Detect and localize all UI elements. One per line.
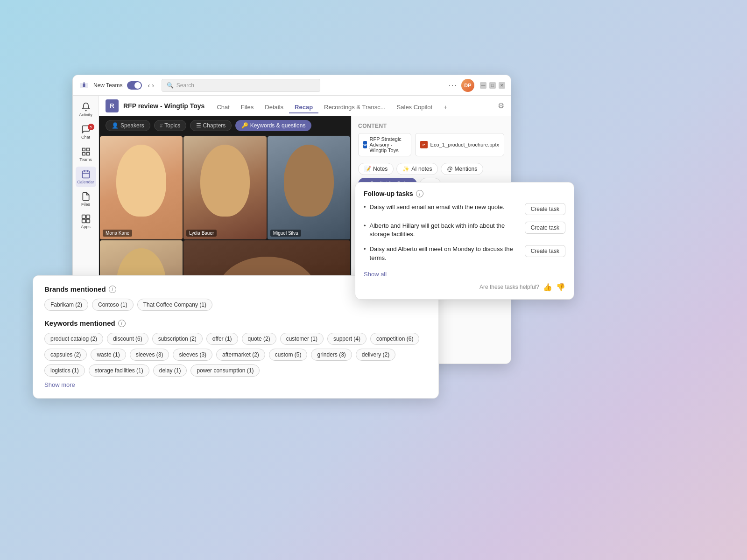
maximize-button[interactable]: □: [489, 82, 496, 89]
sidebar-files-label: Files: [81, 202, 90, 207]
kw-product-catalog[interactable]: product catalog (2): [44, 333, 103, 345]
kw-customer[interactable]: customer (1): [280, 333, 324, 345]
sidebar-item-files[interactable]: Files: [76, 189, 96, 210]
brand-tag-coffee[interactable]: That Coffee Company (1): [137, 299, 212, 311]
tab-add[interactable]: +: [438, 102, 453, 113]
search-placeholder: Search: [176, 82, 194, 89]
tab-details[interactable]: Details: [259, 102, 289, 113]
keywords-tags: product catalog (2) discount (6) subscri…: [44, 333, 427, 377]
file-rfp[interactable]: W RFP Strategic Advisory - Wingtip Toys: [358, 133, 411, 156]
kw-sleeves-2[interactable]: sleeves (3): [173, 349, 212, 361]
video-cell-lydia-bauer: Lydia Bauer: [183, 136, 266, 239]
filter-topics[interactable]: # Topics: [154, 120, 187, 131]
kw-aftermarket[interactable]: aftermarket (2): [216, 349, 265, 361]
followup-title: Follow-up tasks i: [364, 190, 565, 197]
kw-support[interactable]: support (4): [327, 333, 366, 345]
title-bar-actions: ··· DP — □ ✕: [449, 79, 505, 92]
show-more-link[interactable]: Show more: [44, 381, 75, 388]
chat-badge: 5: [88, 124, 94, 130]
tab-recordings[interactable]: Recordings & Transc...: [318, 102, 391, 113]
channel-settings-icon[interactable]: ⚙: [498, 101, 504, 110]
file-rfp-label: RFP Strategic Advisory - Wingtip Toys: [370, 136, 406, 153]
tab-notes[interactable]: 📝 Notes: [358, 163, 394, 175]
brand-tag-contoso[interactable]: Contoso (1): [92, 299, 134, 311]
task-bullet-3: •: [364, 245, 366, 252]
task-item-3: • Daisy and Alberto will meet on Monday …: [364, 245, 565, 262]
nav-arrows[interactable]: ‹ ›: [148, 82, 154, 89]
filter-keywords[interactable]: 🔑 Keywords & questions: [235, 120, 311, 131]
brand-tag-fabrikam[interactable]: Fabrikam (2): [44, 299, 88, 311]
keywords-title: Keywords mentioned i: [44, 319, 427, 327]
sidebar-item-teams[interactable]: Teams: [76, 144, 96, 165]
channel-tabs: Chat Files Details Recap Recordings & Tr…: [211, 100, 452, 112]
back-icon[interactable]: ‹: [148, 82, 150, 89]
svg-point-0: [83, 82, 85, 84]
kw-competition[interactable]: competition (6): [370, 333, 419, 345]
followup-panel: Follow-up tasks i • Daisy will send emai…: [355, 182, 574, 300]
show-all-link[interactable]: Show all: [364, 271, 387, 278]
minimize-button[interactable]: —: [480, 82, 486, 89]
channel-title: RFP review - Wingtip Toys: [123, 102, 204, 110]
kw-delivery[interactable]: delivery (2): [356, 349, 395, 361]
kw-storage[interactable]: storage facilities (1): [89, 364, 149, 377]
task-item-2: • Alberto and Hillary will get back with…: [364, 222, 565, 238]
sidebar-item-activity[interactable]: Activity: [76, 99, 96, 120]
thumbs-down-button[interactable]: 👎: [556, 283, 565, 292]
new-teams-toggle[interactable]: [127, 81, 142, 90]
svg-rect-10: [86, 215, 90, 219]
brands-info-icon[interactable]: i: [109, 286, 116, 293]
file-brochure[interactable]: P Eco_1_product_brochure.pptx: [415, 133, 504, 156]
sidebar-item-apps[interactable]: Apps: [76, 211, 96, 232]
kw-quote[interactable]: quote (2): [242, 333, 276, 345]
kw-offer[interactable]: offer (1): [206, 333, 238, 345]
svg-rect-1: [82, 148, 85, 151]
kw-logistics[interactable]: logistics (1): [44, 364, 85, 377]
kw-grinders[interactable]: grinders (3): [311, 349, 352, 361]
task-text-2: Alberto and Hillary will get back with i…: [370, 222, 521, 238]
forward-icon[interactable]: ›: [152, 82, 154, 89]
kw-power[interactable]: power consumption (1): [190, 364, 260, 377]
create-task-button-2[interactable]: Create task: [525, 222, 565, 234]
create-task-button-3[interactable]: Create task: [525, 245, 565, 257]
svg-rect-2: [86, 148, 89, 151]
keywords-info-icon[interactable]: i: [118, 320, 126, 327]
more-options-icon[interactable]: ···: [449, 81, 458, 90]
search-icon: 🔍: [167, 82, 174, 89]
kw-sleeves-1[interactable]: sleeves (3): [130, 349, 169, 361]
tab-recap[interactable]: Recap: [289, 102, 318, 113]
participant-name-mona: Mona Kane: [103, 230, 132, 237]
tasks-helpful: Are these tasks helpful? 👍 👎: [364, 283, 565, 292]
kw-capsules[interactable]: capsules (2): [44, 349, 87, 361]
tab-files[interactable]: Files: [235, 102, 259, 113]
title-bar: New Teams ‹ › 🔍 Search ··· DP — □ ✕: [73, 75, 511, 96]
search-bar[interactable]: 🔍 Search: [162, 79, 320, 92]
filter-speakers[interactable]: 👤 Speakers: [106, 120, 150, 131]
followup-info-icon[interactable]: i: [416, 190, 423, 197]
sidebar-apps-label: Apps: [81, 224, 91, 229]
thumbs-up-button[interactable]: 👍: [543, 283, 552, 292]
create-task-button-1[interactable]: Create task: [525, 203, 565, 215]
sidebar-chat-label: Chat: [81, 135, 90, 140]
file-brochure-label: Eco_1_product_brochure.pptx: [430, 142, 499, 147]
teams-logo-icon: [78, 80, 90, 91]
video-cell-miguel-silva: Miguel Silva: [268, 136, 350, 239]
recap-filter-row: 👤 Speakers # Topics ☰ Chapters 🔑 Keyword…: [99, 116, 351, 135]
tab-mentions[interactable]: @ Mentions: [441, 163, 483, 175]
sidebar-calendar-label: Calendar: [77, 180, 94, 184]
sidebar-item-calendar[interactable]: Calendar: [76, 167, 96, 187]
task-text-3: Daisy and Alberto will meet on Monday to…: [370, 245, 521, 262]
filter-chapters[interactable]: ☰ Chapters: [190, 120, 232, 131]
kw-delay[interactable]: delay (1): [153, 364, 187, 377]
kw-custom[interactable]: custom (5): [269, 349, 308, 361]
kw-discount[interactable]: discount (6): [107, 333, 148, 345]
svg-rect-11: [82, 219, 85, 223]
close-button[interactable]: ✕: [499, 82, 505, 89]
kw-waste[interactable]: waste (1): [91, 349, 126, 361]
tab-ai-notes[interactable]: ✨ AI notes: [396, 163, 438, 175]
tab-sales-copilot[interactable]: Sales Copilot: [391, 102, 438, 113]
participant-name-lydia: Lydia Bauer: [186, 230, 217, 237]
kw-subscription[interactable]: subscription (2): [152, 333, 203, 345]
tab-chat[interactable]: Chat: [211, 102, 235, 113]
sidebar-item-chat[interactable]: Chat 5: [76, 122, 96, 142]
user-avatar[interactable]: DP: [461, 79, 474, 92]
